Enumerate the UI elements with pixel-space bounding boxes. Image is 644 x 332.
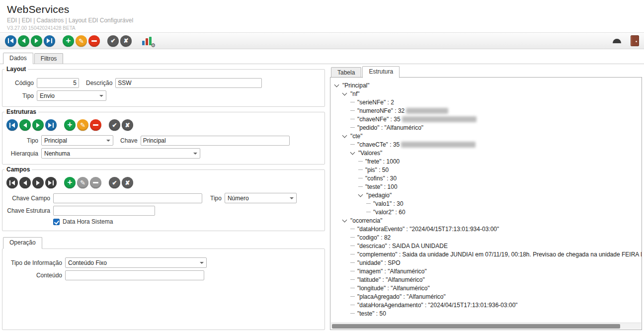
tab-filtros[interactable]: Filtros xyxy=(34,53,64,64)
chave-label: Chave xyxy=(120,137,138,144)
chart-settings-button[interactable]: ⚙ xyxy=(141,35,155,47)
nav-last-button[interactable] xyxy=(44,35,55,47)
tree-node[interactable]: "Principal" xyxy=(331,81,641,89)
estruturas-edit-button[interactable]: ✎ xyxy=(77,119,88,131)
campos-nav-first-button[interactable] xyxy=(6,177,18,188)
tree-leaf[interactable]: "chaveNFe" : 35 xyxy=(331,115,641,123)
edit-button[interactable]: ✎ xyxy=(76,35,87,47)
tree-leaf[interactable]: "chaveCTe" : 35 xyxy=(331,140,641,149)
form-panel: Layout Código Descrição Tipo Envio Estru… xyxy=(2,64,326,330)
chevron-down-icon xyxy=(200,262,204,266)
tree-connector xyxy=(350,296,355,297)
campos-nav-next-button[interactable] xyxy=(32,177,44,188)
tree-leaf[interactable]: "cofins" : 30 xyxy=(331,174,641,182)
estruturas-confirm-button[interactable]: ✔ xyxy=(109,119,120,131)
conteudo-input[interactable] xyxy=(65,270,204,280)
hierarquia-select[interactable]: Nenhuma xyxy=(41,148,200,159)
tree-leaf[interactable]: "longitude" : "Alfanumérico" xyxy=(331,284,641,292)
tree-leaf[interactable]: "numeroNFe" : 32 xyxy=(331,106,641,115)
chevron-down-icon[interactable] xyxy=(342,90,347,95)
campos-delete-button[interactable] xyxy=(90,177,101,188)
exit-button[interactable] xyxy=(631,35,639,46)
tree-leaf[interactable]: "valo1" : 30 xyxy=(331,199,641,208)
nav-prev-button[interactable] xyxy=(18,35,29,47)
tree-node[interactable]: "Valores" xyxy=(331,149,641,157)
estrutura-tipo-select[interactable]: Principal xyxy=(41,135,113,146)
tab-dados[interactable]: Dados xyxy=(3,53,33,64)
cancel-icon: ✘ xyxy=(125,122,130,128)
chevron-down-icon[interactable] xyxy=(342,133,347,138)
tipo-select[interactable]: Envio xyxy=(37,90,106,101)
chevron-down-icon xyxy=(99,95,103,99)
chevron-down-icon[interactable] xyxy=(350,150,355,155)
chave-estrutura-input[interactable] xyxy=(53,206,155,216)
main-tabstrip: Dados Filtros xyxy=(0,49,644,64)
tree-node[interactable]: "nf" xyxy=(331,89,641,98)
chave-campo-input[interactable] xyxy=(53,193,202,203)
campos-cancel-button[interactable]: ✘ xyxy=(122,177,133,188)
cancel-button[interactable]: ✘ xyxy=(120,35,132,47)
tree-leaf[interactable]: "imagem" : "Alfanumérico" xyxy=(331,267,641,275)
tree-connector xyxy=(350,102,355,102)
next-icon xyxy=(36,180,40,185)
campos-nav-last-button[interactable] xyxy=(45,177,57,188)
toolbar-icon-group: +✎✔✘ xyxy=(5,35,133,47)
data-hora-sistema-checkbox[interactable] xyxy=(53,219,60,225)
tree-connector xyxy=(358,169,363,170)
chevron-down-icon[interactable] xyxy=(334,82,339,87)
campos-add-button[interactable]: + xyxy=(64,177,76,188)
tab-operacao[interactable]: Operação xyxy=(3,237,42,249)
tree-leaf[interactable]: "frete" : 1000 xyxy=(331,157,641,166)
tree-leaf[interactable]: "valor2" : 60 xyxy=(331,208,641,216)
tree-leaf[interactable]: "teste" : 50 xyxy=(331,309,641,318)
campos-edit-button[interactable]: ✎ xyxy=(77,177,88,188)
chevron-down-icon[interactable] xyxy=(342,217,347,222)
tipo-informacao-select[interactable]: Conteúdo Fixo xyxy=(65,257,207,268)
tree-leaf[interactable]: "complemento" : Saida da unidade JUNDIAI… xyxy=(331,250,641,258)
tree-leaf[interactable]: "dataHoraEvento" : "2024/04/15T17:13:01:… xyxy=(331,225,641,233)
estruturas-add-button[interactable]: + xyxy=(64,119,76,131)
tree-leaf[interactable]: "serieNFe" : 2 xyxy=(331,98,641,106)
add-button[interactable]: + xyxy=(63,35,74,47)
confirm-button[interactable]: ✔ xyxy=(107,35,119,47)
tree-leaf[interactable]: "descricao" : SAIDA DA UNIDADE xyxy=(331,242,641,250)
redacted-value xyxy=(406,108,448,114)
tree-leaf[interactable]: "latitude" : "Alfanumérico" xyxy=(331,275,641,284)
nav-first-button[interactable] xyxy=(5,35,16,47)
estruturas-nav-last-button[interactable] xyxy=(45,119,57,131)
tree-leaf[interactable]: "codigo" : 82 xyxy=(331,233,641,242)
delete-button[interactable] xyxy=(88,35,100,47)
campo-tipo-select-value: Número xyxy=(228,195,249,202)
user-button[interactable] xyxy=(611,35,623,47)
tree-node[interactable]: "pedagio" xyxy=(331,191,641,199)
tree-leaf[interactable]: "pis" : 50 xyxy=(331,166,641,174)
tree-node[interactable]: "cte" xyxy=(331,132,641,140)
tab-tabela[interactable]: Tabela xyxy=(331,67,361,78)
estruturas-nav-first-button[interactable] xyxy=(6,119,18,131)
last-icon xyxy=(48,123,54,128)
scrollbar-thumb[interactable] xyxy=(332,324,620,329)
tree-leaf[interactable]: "pedido" : "Alfanumérico" xyxy=(331,123,641,132)
tree-leaf[interactable]: "placaAgregado" : "Alfanumérico" xyxy=(331,292,641,301)
estruturas-nav-prev-button[interactable] xyxy=(19,119,31,131)
campo-tipo-select[interactable]: Número xyxy=(225,193,297,203)
codigo-input[interactable] xyxy=(37,78,79,88)
horizontal-scrollbar[interactable] xyxy=(331,323,641,329)
descricao-input[interactable] xyxy=(115,78,262,88)
chevron-down-icon[interactable] xyxy=(358,192,363,197)
tab-estrutura[interactable]: Estrutura xyxy=(362,66,400,78)
tree-leaf[interactable]: "teste" : 100 xyxy=(331,182,641,191)
preview-tabstrip: Tabela Estrutura xyxy=(330,64,642,78)
tree-leaf[interactable]: "unidade" : SPO xyxy=(331,258,641,267)
estruturas-nav-next-button[interactable] xyxy=(32,119,44,131)
tree-node[interactable]: "ocorrencia" xyxy=(331,216,641,225)
estruturas-delete-button[interactable] xyxy=(90,119,101,131)
campos-confirm-button[interactable]: ✔ xyxy=(109,177,120,188)
estruturas-cancel-button[interactable]: ✘ xyxy=(122,119,133,131)
tree-leaf[interactable]: "dataHoraAgendamento" : "2024/04/15T17:1… xyxy=(331,301,641,309)
nav-next-button[interactable] xyxy=(31,35,42,47)
tree-connector xyxy=(350,254,355,254)
campos-nav-prev-button[interactable] xyxy=(19,177,31,188)
chave-estrutura-label: Chave Estrutura xyxy=(6,207,50,214)
chave-input[interactable] xyxy=(141,136,290,146)
